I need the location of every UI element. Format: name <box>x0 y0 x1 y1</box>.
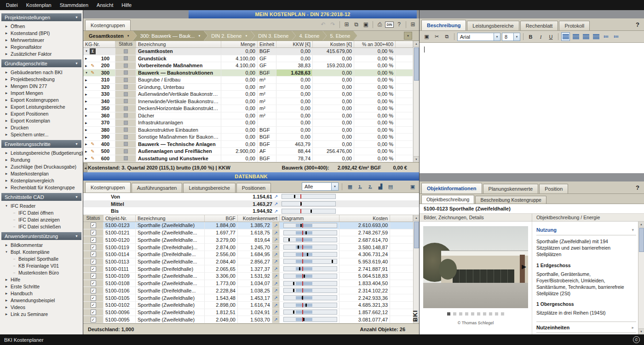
column-header-kosten[interactable]: Kosten <box>339 215 390 222</box>
value-marker[interactable] <box>310 210 312 213</box>
scrollbar-thumb[interactable] <box>639 228 644 252</box>
sidebar-item-ifc-datei-ffnen[interactable]: –IFC Datei öffnen <box>0 209 83 216</box>
kostenplan-row-360[interactable]: ▶360Dächer0,00m²0,000,000,00 % <box>83 112 413 120</box>
photo-dot-6[interactable] <box>477 312 480 316</box>
sidebar-item-leistungsbereiche-budgetierung[interactable]: ▶Leistungsbereiche (Budgetierung) <box>0 149 83 156</box>
column-header-kostenkennwert[interactable]: Kostenkennwert <box>238 215 280 222</box>
tab-position[interactable]: Position <box>539 184 568 193</box>
kennwert-diagram[interactable] <box>283 266 337 271</box>
chevron-right-icon[interactable]: ▶ <box>85 157 90 160</box>
objekt-table-scrollbar[interactable]: ▲ ▼ <box>413 215 419 323</box>
chevron-right-icon[interactable]: ▶ <box>85 93 90 96</box>
value-marker[interactable] <box>293 282 294 285</box>
filter-slider-von[interactable] <box>282 194 336 199</box>
kostenplan-titlebar[interactable]: MEIN KOSTENPLAN - DIN 276:2018-12 <box>189 10 417 18</box>
value-marker[interactable] <box>302 296 303 299</box>
value-marker[interactable] <box>305 231 307 234</box>
breadcrumb-4-ebene[interactable]: 4. Ebene <box>292 31 326 41</box>
trend-icon[interactable]: ↗ <box>272 302 280 309</box>
value-marker[interactable] <box>332 260 333 263</box>
chevron-right-icon[interactable]: ▶ <box>85 78 90 82</box>
scroll-down-icon[interactable]: ▼ <box>638 328 644 334</box>
kennwert-diagram[interactable] <box>283 288 337 293</box>
chevron-right-icon[interactable]: ▶ <box>85 99 90 103</box>
sidebar-section-grundlagenschritte[interactable]: Grundlagenschritte▼ <box>1 59 81 67</box>
sidebar-section-schnittstelle-cad[interactable]: Schnittstelle CAD▼ <box>1 193 81 201</box>
tab-objektinformationen[interactable]: Objektinformationen <box>421 183 482 193</box>
value-marker[interactable] <box>304 275 305 278</box>
kostenplan-row-380[interactable]: ▶380Baukonstruktive Einbauten0,00BGF0,00… <box>83 127 413 134</box>
value-marker[interactable] <box>299 267 300 270</box>
menu-item-stammdaten[interactable]: Stammdaten <box>56 0 92 10</box>
paste-icon[interactable]: ▣ <box>422 32 431 41</box>
kennwert-diagram[interactable] <box>283 274 337 279</box>
copy-icon[interactable]: ⧉ <box>443 32 451 41</box>
column-header-bezeichnung[interactable]: Bezeichnung <box>136 215 205 222</box>
kennwert-diagram[interactable] <box>283 281 337 286</box>
chevron-right-icon[interactable]: ▶ <box>85 135 90 139</box>
kennwert-diagram[interactable] <box>283 259 337 264</box>
objekt-row-5100-0119[interactable]: ✓5100-0119Sporthalle (Dreifeldhalle)...2… <box>83 244 413 251</box>
sidebar-item-export-kostenplan[interactable]: ▶Export Kostenplan <box>0 117 83 124</box>
sidebar-item-beispiel-sporthalle[interactable]: –Beispiel Sporthalle <box>0 255 83 262</box>
trend-icon[interactable]: ↗ <box>272 309 280 316</box>
objekt-row-5100-0120[interactable]: ✓5100-0120Sporthalle (Zweifeldhalle...3.… <box>83 236 413 244</box>
checkbox[interactable]: ✓ <box>91 310 96 315</box>
section-nutzung[interactable]: Nutzung ▾ <box>536 224 636 235</box>
trend-icon[interactable]: ↗ <box>272 194 280 199</box>
breadcrumb-5-ebene[interactable]: 5. Ebene <box>322 31 357 41</box>
objekt-row-5100-0095[interactable]: ✓5100-0095Sporthalle (Zweifeldhalle)2.04… <box>83 316 413 323</box>
subtab-objektbeschreibung[interactable]: Objektbeschreibung <box>421 195 474 204</box>
bullet-list-button[interactable]: ≔ <box>602 32 610 41</box>
kennwert-diagram[interactable] <box>283 310 337 315</box>
sidebar-item-videos[interactable]: ▶Videos <box>0 304 83 310</box>
column-header-kosten[interactable]: Kosten [€] <box>313 41 354 47</box>
filter-slider-mittel[interactable] <box>282 201 336 206</box>
breadcrumb-300-bauwerk-bauk[interactable]: 300: Bauwerk — Bauk...▼ <box>133 31 208 41</box>
sidebar-item-musterkosten-b-ro[interactable]: –Musterkosten Büro <box>0 269 83 276</box>
photo-dot-4[interactable] <box>465 312 468 316</box>
trend-icon[interactable]: ↗ <box>272 287 280 294</box>
paste-icon[interactable]: ▣ <box>362 20 370 29</box>
sidebar-item-kostenstand-bpi[interactable]: ▶Kostenstand (BPI) <box>0 29 83 36</box>
trend-icon[interactable]: ↗ <box>272 236 280 243</box>
column-header-bezeichnung[interactable]: Bezeichnung <box>136 41 221 47</box>
photo-dot-7[interactable] <box>483 312 486 316</box>
filter-table-icon[interactable]: ▦ <box>345 182 355 191</box>
value-marker[interactable] <box>307 253 308 256</box>
tab-ausf-hrungsarten[interactable]: Ausführungsarten <box>132 183 183 193</box>
checkbox[interactable]: ✓ <box>91 245 96 250</box>
kennwert-diagram[interactable] <box>283 237 337 242</box>
sidebar-item-masterkostenplan[interactable]: ▶Masterkostenplan <box>0 170 83 177</box>
value-marker[interactable] <box>300 224 302 227</box>
underline-button[interactable]: U <box>546 32 555 41</box>
chevron-right-icon[interactable]: ▶ <box>85 114 90 117</box>
column-header-einheit[interactable]: Einheit <box>258 41 276 47</box>
kostenplan-row-400[interactable]: ▶✎400Bauwerk — Technische Anlagen0,00BGF… <box>83 141 413 148</box>
trend-icon[interactable]: ↗ <box>272 209 280 214</box>
menu-item-ansicht[interactable]: Ansicht <box>92 0 117 10</box>
next-photo-icon[interactable]: ▶ <box>522 263 526 270</box>
chevron-right-icon[interactable]: ▶ <box>85 121 90 124</box>
kostenplan-row-500[interactable]: ▶✎500Außenanlagen und Freiflächen2.900,0… <box>83 148 413 155</box>
scroll-up-icon[interactable]: ▲ <box>414 41 419 47</box>
sidebar-item-ifc-reader[interactable]: ▼IFC Reader <box>0 202 83 209</box>
objekt-row-5100-0111[interactable]: ✓5100-0111Sporthalle (Dreifeldhalle)2.06… <box>83 265 413 273</box>
sidebar-item-export-positionen[interactable]: ▶Export Positionen <box>0 110 83 117</box>
objekt-row-5100-0113[interactable]: ✓5100-0113Sporthalle (Zweifeldhalle...2.… <box>83 258 413 266</box>
trend-icon[interactable]: ↗ <box>272 280 280 287</box>
kostenplan-row-310[interactable]: ▶310Baugrube / Erdbau0,00m³0,000,000,00 … <box>83 76 413 84</box>
kostenplan-row-gesamt[interactable]: ▼ΣGesamtkosten0,00BGF0,00415.679,000,00 … <box>83 48 413 55</box>
chevron-right-icon[interactable]: ▶ <box>85 57 90 60</box>
checkbox[interactable]: ✓ <box>91 288 96 293</box>
level2-icon[interactable]: 2. <box>366 182 375 191</box>
chevron-right-icon[interactable]: ▶ <box>85 64 90 67</box>
kostenplan-row-350[interactable]: ▶350Decken/Horizontale Baukonstruktionen… <box>83 105 413 112</box>
checkbox[interactable]: ✓ <box>91 295 96 301</box>
chevron-right-icon[interactable]: ▶ <box>85 150 90 153</box>
kostenplan-row-100[interactable]: ▶100Grundstück4.100,00GF0,000,000,00 % <box>83 55 413 63</box>
sidebar-section-anwenderunterst-tzung[interactable]: Anwenderunterstützung▼ <box>1 232 81 240</box>
help-icon[interactable]: ? <box>395 20 403 29</box>
align-right-button[interactable] <box>581 32 590 41</box>
cut-icon[interactable]: ✂ <box>432 32 441 41</box>
